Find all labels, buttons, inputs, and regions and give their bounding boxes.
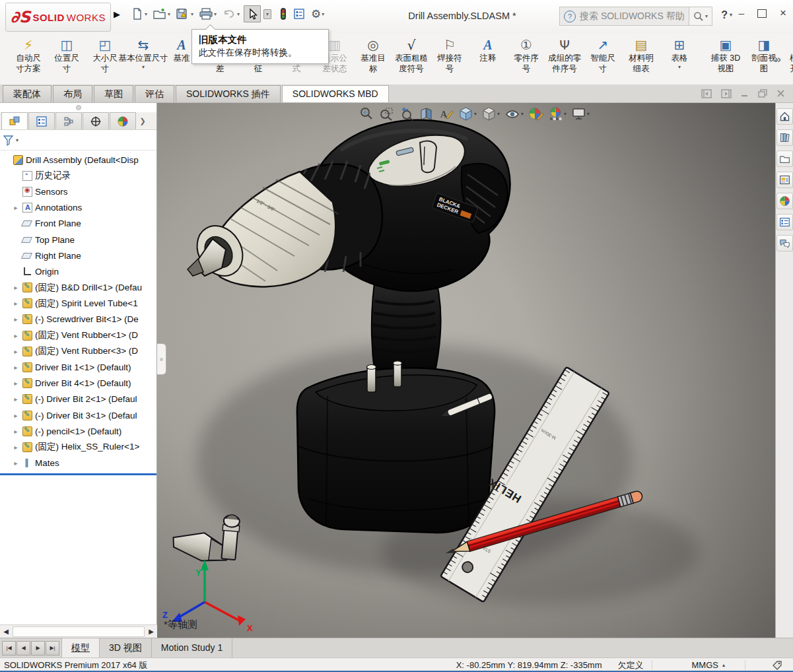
tab-feature-tree[interactable] bbox=[1, 112, 28, 129]
tree-item[interactable]: ▸ (-) pencil<1> (Default) bbox=[0, 423, 156, 439]
select-tool-button[interactable] bbox=[244, 5, 261, 22]
menu-flyout-arrow-icon[interactable]: ▶ bbox=[114, 9, 120, 19]
ribbon-button[interactable]: ][ 模型断 开视图 bbox=[783, 36, 793, 80]
hide-show-items-button[interactable]: ▾ bbox=[504, 106, 524, 122]
feature-panel-flyout-handle[interactable] bbox=[157, 343, 166, 375]
help-button[interactable]: ? ▾ bbox=[721, 9, 732, 21]
tree-item[interactable]: ▸ Driver Bit 4<1> (Default) bbox=[0, 376, 156, 391]
view-palette-button[interactable] bbox=[776, 172, 793, 188]
expand-arrow-icon[interactable]: ▸ bbox=[12, 395, 20, 403]
undo-caret-icon[interactable]: ▾ bbox=[237, 11, 240, 17]
rollback-bar[interactable] bbox=[0, 473, 156, 475]
display-style-button[interactable]: ▾ bbox=[481, 106, 500, 122]
expand-arrow-icon[interactable]: ▸ bbox=[12, 380, 20, 387]
loose-bit-standing[interactable] bbox=[220, 514, 240, 560]
collapse-panel-left-icon[interactable] bbox=[701, 89, 712, 98]
appearances-button[interactable] bbox=[776, 193, 793, 209]
study-tab[interactable]: 3D 视图 bbox=[100, 638, 152, 657]
next-study-button[interactable]: ▶ bbox=[31, 641, 45, 655]
view-settings-caret-icon[interactable]: ▾ bbox=[587, 111, 590, 117]
tree-item[interactable]: Right Plane bbox=[0, 248, 156, 263]
tree-item[interactable]: ▸ (-) Driver Bit 2<1> (Defaul bbox=[0, 391, 156, 407]
tab-display-manager[interactable] bbox=[110, 112, 136, 129]
expand-arrow-icon[interactable]: ▸ bbox=[12, 332, 20, 339]
command-tab[interactable]: 布局 bbox=[53, 85, 92, 102]
graphics-viewport[interactable]: BLACK& DECKER 1/2" - 3/8" bbox=[157, 103, 793, 638]
tree-item[interactable]: ▸ (固定) Vent Rubber<3> (D bbox=[0, 343, 156, 359]
new-document-caret-icon[interactable]: ▾ bbox=[145, 11, 147, 17]
section-view-button[interactable] bbox=[418, 106, 434, 122]
save-caret-icon[interactable]: ▾ bbox=[191, 11, 193, 17]
expand-arrow-icon[interactable]: ▸ bbox=[12, 204, 20, 211]
expand-arrow-icon[interactable]: ▸ bbox=[12, 316, 20, 323]
print-button[interactable]: ▾ bbox=[197, 6, 218, 22]
study-tab[interactable]: 模型 bbox=[61, 638, 100, 657]
view-orientation-caret-icon[interactable]: ▾ bbox=[474, 111, 477, 117]
apply-scene-button[interactable]: ▾ bbox=[547, 106, 567, 122]
tree-item[interactable]: ▸ (固定) B&D Drill<1> (Defau bbox=[0, 280, 156, 296]
save-button[interactable]: ▾ bbox=[174, 6, 195, 22]
search-submit-button[interactable]: ▾ bbox=[689, 7, 712, 25]
ribbon-button[interactable]: ▤ 材料明 细表 bbox=[622, 36, 660, 80]
scroll-right-arrow-icon[interactable]: ▶ bbox=[145, 628, 157, 635]
ribbon-button[interactable]: ▣ 捕获 3D 视图 bbox=[707, 36, 745, 80]
tree-item[interactable]: ▸ (-) Screwdriver Bit<1> (De bbox=[0, 312, 156, 327]
ribbon-button[interactable]: ⚐ 焊接符 号 bbox=[431, 36, 469, 80]
feature-manager-tabs-overflow[interactable]: ❯ bbox=[137, 112, 149, 129]
display-style-caret-icon[interactable]: ▾ bbox=[497, 111, 500, 117]
tree-item[interactable]: ▸ Driver Bit 1<1> (Default) bbox=[0, 359, 156, 375]
zoom-area-button[interactable] bbox=[378, 106, 395, 122]
ribbon-button[interactable]: ① 零件序 号 bbox=[507, 36, 545, 80]
ribbon-button[interactable]: √ 表面粗糙 度符号 bbox=[392, 36, 431, 80]
tree-item[interactable]: Top Plane bbox=[0, 232, 156, 248]
close-button[interactable]: × bbox=[780, 8, 786, 18]
annotation-visibility-button[interactable]: A bbox=[438, 106, 454, 122]
tag-button[interactable] bbox=[745, 658, 793, 672]
tree-item[interactable]: ▸ (固定) Helix_SS_Ruler<1> bbox=[0, 439, 156, 455]
tree-filter-row[interactable]: ▾ bbox=[0, 130, 156, 151]
expand-arrow-icon[interactable]: ▸ bbox=[12, 428, 20, 435]
ribbon-button[interactable]: ⚡ 自动尺 寸方案 bbox=[9, 36, 48, 80]
command-tab[interactable]: 装配体 bbox=[3, 85, 52, 102]
panel-horizontal-scrollbar[interactable]: ◀ ▶ bbox=[0, 624, 157, 638]
custom-properties-button[interactable] bbox=[776, 214, 793, 230]
tree-root-assembly[interactable]: Drill Assembly (Default<Disp bbox=[0, 152, 156, 168]
doc-restore-icon[interactable] bbox=[758, 89, 767, 98]
ribbon-button[interactable]: Ψ 成组的零 件序号 bbox=[545, 36, 584, 80]
tree-item[interactable]: ▸ (-) Driver Bit 3<1> (Defaul bbox=[0, 407, 156, 423]
tree-item[interactable]: Origin bbox=[0, 263, 156, 279]
expand-arrow-icon[interactable]: ▸ bbox=[12, 284, 20, 291]
tab-property-manager[interactable] bbox=[28, 112, 55, 129]
expand-arrow-icon[interactable]: ▸ bbox=[12, 459, 20, 467]
search-caret-icon[interactable]: ▾ bbox=[705, 13, 708, 19]
expand-arrow-icon[interactable]: ▸ bbox=[12, 300, 20, 307]
home-button[interactable] bbox=[776, 108, 793, 125]
last-study-button[interactable]: ▶| bbox=[46, 641, 59, 655]
forum-button[interactable] bbox=[776, 235, 793, 252]
tree-item[interactable]: Front Plane bbox=[0, 216, 156, 232]
scroll-left-arrow-icon[interactable]: ◀ bbox=[0, 628, 12, 635]
zoom-fit-button[interactable] bbox=[359, 106, 375, 122]
filter-caret-icon[interactable]: ▾ bbox=[16, 137, 18, 143]
tab-dimxpert-manager[interactable] bbox=[83, 112, 109, 129]
minimize-button[interactable]: – bbox=[739, 8, 744, 18]
units-selector[interactable]: MMGS▴ bbox=[652, 658, 745, 672]
expand-arrow-icon[interactable]: ▸ bbox=[12, 348, 20, 355]
tree-item[interactable]: ▸ Mates bbox=[0, 455, 156, 471]
doc-minimize-icon[interactable] bbox=[741, 90, 749, 98]
apply-scene-caret-icon[interactable]: ▾ bbox=[564, 111, 567, 117]
tree-item[interactable]: ▸ (固定) Vent Rubber<1> (D bbox=[0, 327, 156, 343]
view-orientation-button[interactable]: ▾ bbox=[458, 106, 477, 122]
search-box[interactable]: ? 搜索 SOLIDWORKS 帮助 ▾ bbox=[559, 7, 712, 26]
command-tab[interactable]: 草图 bbox=[94, 85, 133, 102]
ribbon-button[interactable]: ◫ 位置尺 寸 bbox=[48, 36, 86, 80]
tab-configuration-manager[interactable] bbox=[55, 112, 82, 129]
file-explorer-button[interactable] bbox=[776, 151, 793, 167]
expand-arrow-icon[interactable]: ▸ bbox=[12, 412, 20, 419]
command-tab[interactable]: 评估 bbox=[135, 85, 174, 102]
edit-appearance-button[interactable] bbox=[528, 106, 544, 122]
tree-item[interactable]: 历史记录 bbox=[0, 168, 156, 184]
ribbon-button[interactable]: ◎ 基准目 标 bbox=[354, 36, 392, 80]
panel-splitter-handle[interactable] bbox=[0, 103, 156, 112]
select-tool-caret-button[interactable]: ▾ bbox=[263, 9, 271, 19]
